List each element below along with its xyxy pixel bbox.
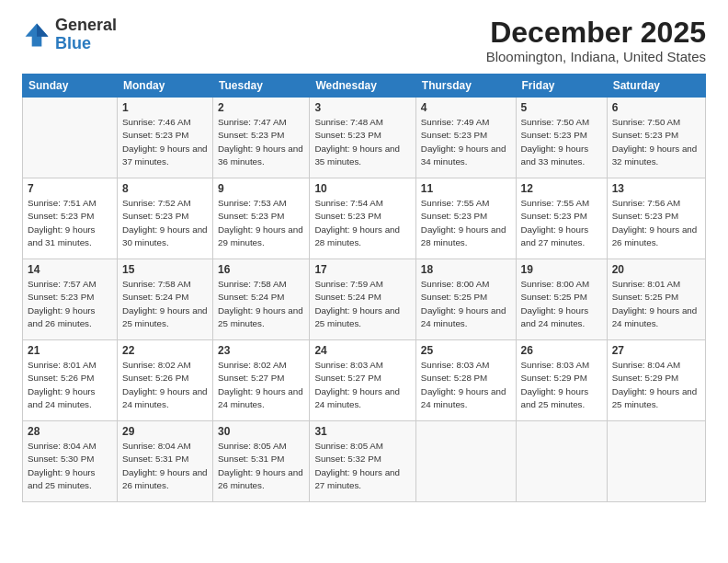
calendar-cell (516, 421, 607, 502)
col-wednesday: Wednesday (310, 75, 415, 98)
col-monday: Monday (117, 75, 212, 98)
calendar-cell: 13Sunrise: 7:56 AMSunset: 5:23 PMDayligh… (607, 178, 705, 259)
calendar-cell: 11Sunrise: 7:55 AMSunset: 5:23 PMDayligh… (415, 178, 516, 259)
col-friday: Friday (516, 75, 607, 98)
day-info: Sunrise: 7:53 AMSunset: 5:23 PMDaylight:… (218, 198, 303, 247)
page-subtitle: Bloomington, Indiana, United States (486, 49, 706, 64)
calendar-cell: 10Sunrise: 7:54 AMSunset: 5:23 PMDayligh… (310, 178, 415, 259)
col-tuesday: Tuesday (213, 75, 310, 98)
day-number: 3 (314, 101, 410, 114)
day-number: 29 (122, 425, 208, 438)
calendar-cell: 21Sunrise: 8:01 AMSunset: 5:26 PMDayligh… (23, 340, 118, 421)
day-info: Sunrise: 8:00 AMSunset: 5:25 PMDaylight:… (421, 279, 506, 328)
calendar-cell: 31Sunrise: 8:05 AMSunset: 5:32 PMDayligh… (310, 421, 415, 502)
calendar-cell: 20Sunrise: 8:01 AMSunset: 5:25 PMDayligh… (607, 259, 705, 340)
day-info: Sunrise: 7:58 AMSunset: 5:24 PMDaylight:… (122, 279, 208, 328)
calendar-cell (23, 98, 118, 178)
calendar-week-4: 21Sunrise: 8:01 AMSunset: 5:26 PMDayligh… (23, 340, 706, 421)
day-info: Sunrise: 7:58 AMSunset: 5:24 PMDaylight:… (218, 279, 303, 328)
logo: General Blue (22, 17, 117, 53)
title-block: December 2025 Bloomington, Indiana, Unit… (486, 17, 706, 64)
day-number: 7 (28, 182, 112, 195)
calendar-cell: 5Sunrise: 7:50 AMSunset: 5:23 PMDaylight… (516, 98, 607, 178)
page-container: General Blue December 2025 Bloomington, … (0, 0, 728, 513)
svg-marker-1 (37, 23, 48, 36)
day-info: Sunrise: 8:04 AMSunset: 5:30 PMDaylight:… (28, 441, 97, 490)
day-info: Sunrise: 8:03 AMSunset: 5:28 PMDaylight:… (421, 360, 506, 409)
day-number: 18 (421, 263, 511, 276)
day-number: 23 (218, 344, 304, 357)
day-number: 31 (314, 425, 410, 438)
calendar-cell: 17Sunrise: 7:59 AMSunset: 5:24 PMDayligh… (310, 259, 415, 340)
col-sunday: Sunday (23, 75, 118, 98)
day-number: 24 (314, 344, 410, 357)
day-number: 28 (28, 425, 112, 438)
col-thursday: Thursday (415, 75, 516, 98)
calendar-cell: 19Sunrise: 8:00 AMSunset: 5:25 PMDayligh… (516, 259, 607, 340)
calendar-cell: 28Sunrise: 8:04 AMSunset: 5:30 PMDayligh… (23, 421, 118, 502)
day-info: Sunrise: 8:02 AMSunset: 5:27 PMDaylight:… (218, 360, 303, 409)
calendar-table: Sunday Monday Tuesday Wednesday Thursday… (22, 74, 706, 502)
calendar-cell (415, 421, 516, 502)
calendar-cell: 26Sunrise: 8:03 AMSunset: 5:29 PMDayligh… (516, 340, 607, 421)
day-number: 9 (218, 182, 304, 195)
logo-blue: Blue (55, 34, 91, 52)
day-number: 1 (122, 101, 208, 114)
calendar-week-5: 28Sunrise: 8:04 AMSunset: 5:30 PMDayligh… (23, 421, 706, 502)
calendar-cell: 12Sunrise: 7:55 AMSunset: 5:23 PMDayligh… (516, 178, 607, 259)
day-info: Sunrise: 7:50 AMSunset: 5:23 PMDaylight:… (521, 117, 590, 167)
calendar-cell: 4Sunrise: 7:49 AMSunset: 5:23 PMDaylight… (415, 98, 516, 178)
day-number: 11 (421, 182, 511, 195)
day-number: 17 (314, 263, 410, 276)
page-title: December 2025 (486, 17, 706, 49)
day-info: Sunrise: 7:51 AMSunset: 5:23 PMDaylight:… (28, 198, 97, 247)
day-number: 26 (521, 344, 602, 357)
calendar-cell: 27Sunrise: 8:04 AMSunset: 5:29 PMDayligh… (607, 340, 705, 421)
day-number: 13 (612, 182, 700, 195)
day-number: 6 (612, 101, 700, 114)
day-info: Sunrise: 7:56 AMSunset: 5:23 PMDaylight:… (612, 198, 698, 247)
day-number: 25 (421, 344, 511, 357)
calendar-cell: 8Sunrise: 7:52 AMSunset: 5:23 PMDaylight… (117, 178, 212, 259)
calendar-cell: 6Sunrise: 7:50 AMSunset: 5:23 PMDaylight… (607, 98, 705, 178)
day-info: Sunrise: 7:52 AMSunset: 5:23 PMDaylight:… (122, 198, 208, 247)
calendar-cell: 30Sunrise: 8:05 AMSunset: 5:31 PMDayligh… (213, 421, 310, 502)
day-info: Sunrise: 7:55 AMSunset: 5:23 PMDaylight:… (421, 198, 506, 247)
calendar-cell: 1Sunrise: 7:46 AMSunset: 5:23 PMDaylight… (117, 98, 212, 178)
day-number: 16 (218, 263, 304, 276)
calendar-cell: 25Sunrise: 8:03 AMSunset: 5:28 PMDayligh… (415, 340, 516, 421)
day-info: Sunrise: 7:50 AMSunset: 5:23 PMDaylight:… (612, 117, 698, 167)
day-number: 15 (122, 263, 208, 276)
day-info: Sunrise: 7:47 AMSunset: 5:23 PMDaylight:… (218, 117, 303, 167)
day-info: Sunrise: 8:04 AMSunset: 5:31 PMDaylight:… (122, 441, 208, 490)
day-number: 8 (122, 182, 208, 195)
calendar-cell: 2Sunrise: 7:47 AMSunset: 5:23 PMDaylight… (213, 98, 310, 178)
day-info: Sunrise: 7:48 AMSunset: 5:23 PMDaylight:… (314, 117, 400, 167)
col-saturday: Saturday (607, 75, 705, 98)
day-info: Sunrise: 8:02 AMSunset: 5:26 PMDaylight:… (122, 360, 208, 409)
day-number: 21 (28, 344, 112, 357)
logo-icon (22, 20, 51, 50)
day-info: Sunrise: 7:59 AMSunset: 5:24 PMDaylight:… (314, 279, 400, 328)
calendar-cell: 3Sunrise: 7:48 AMSunset: 5:23 PMDaylight… (310, 98, 415, 178)
day-info: Sunrise: 8:01 AMSunset: 5:26 PMDaylight:… (28, 360, 97, 409)
calendar-cell: 16Sunrise: 7:58 AMSunset: 5:24 PMDayligh… (213, 259, 310, 340)
logo-general: General (55, 16, 117, 34)
day-info: Sunrise: 7:49 AMSunset: 5:23 PMDaylight:… (421, 117, 506, 167)
day-info: Sunrise: 8:03 AMSunset: 5:29 PMDaylight:… (521, 360, 590, 409)
day-number: 30 (218, 425, 304, 438)
day-info: Sunrise: 8:04 AMSunset: 5:29 PMDaylight:… (612, 360, 698, 409)
day-number: 27 (612, 344, 700, 357)
day-info: Sunrise: 8:05 AMSunset: 5:32 PMDaylight:… (314, 441, 400, 490)
day-number: 2 (218, 101, 304, 114)
day-number: 22 (122, 344, 208, 357)
calendar-week-1: 1Sunrise: 7:46 AMSunset: 5:23 PMDaylight… (23, 98, 706, 178)
page-header: General Blue December 2025 Bloomington, … (22, 17, 706, 64)
day-info: Sunrise: 7:57 AMSunset: 5:23 PMDaylight:… (28, 279, 97, 328)
day-number: 12 (521, 182, 602, 195)
day-info: Sunrise: 8:01 AMSunset: 5:25 PMDaylight:… (612, 279, 698, 328)
day-number: 5 (521, 101, 602, 114)
day-number: 10 (314, 182, 410, 195)
day-info: Sunrise: 8:05 AMSunset: 5:31 PMDaylight:… (218, 441, 303, 490)
calendar-cell (607, 421, 705, 502)
